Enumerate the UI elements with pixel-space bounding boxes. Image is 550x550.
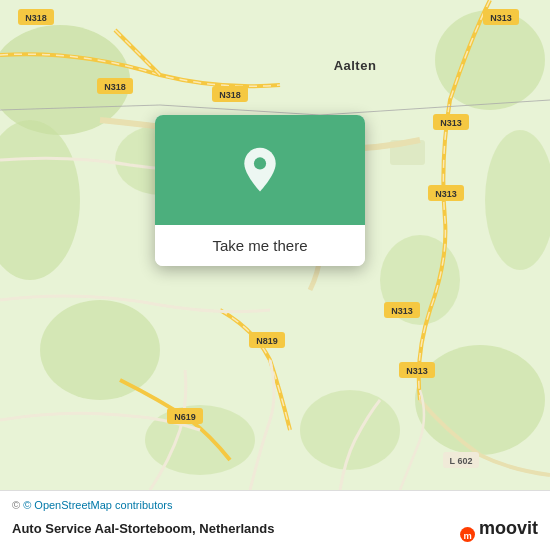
location-info-row: Auto Service Aal-Storteboom, Netherlands… <box>12 514 538 542</box>
svg-point-6 <box>415 345 545 455</box>
svg-text:N313: N313 <box>440 118 462 128</box>
svg-text:N819: N819 <box>256 336 278 346</box>
osm-link[interactable]: © OpenStreetMap contributors <box>23 499 172 511</box>
svg-text:N318: N318 <box>25 13 47 23</box>
svg-text:m: m <box>463 531 471 541</box>
copyright-text: © © OpenStreetMap contributors <box>12 499 538 511</box>
map-area: N318 N318 N318 N313 N313 N313 N313 N313 … <box>0 0 550 490</box>
svg-text:L 602: L 602 <box>450 456 473 466</box>
svg-text:N318: N318 <box>104 82 126 92</box>
svg-text:N318: N318 <box>219 90 241 100</box>
copyright-symbol: © <box>12 499 23 511</box>
bottom-info-bar: © © OpenStreetMap contributors Auto Serv… <box>0 490 550 550</box>
svg-text:N313: N313 <box>435 189 457 199</box>
popup-icon-background <box>155 115 365 225</box>
moovit-logo: m moovit <box>447 514 538 542</box>
svg-point-7 <box>300 390 400 470</box>
moovit-wordmark: moovit <box>479 518 538 539</box>
svg-point-40 <box>254 157 266 169</box>
svg-point-3 <box>40 300 160 400</box>
take-me-there-button[interactable]: Take me there <box>155 225 365 266</box>
svg-text:N313: N313 <box>391 306 413 316</box>
svg-text:N313: N313 <box>406 366 428 376</box>
svg-text:Aalten: Aalten <box>334 58 377 73</box>
svg-text:N619: N619 <box>174 412 196 422</box>
location-popup: Take me there <box>155 115 365 266</box>
svg-text:N313: N313 <box>490 13 512 23</box>
location-pin-icon <box>236 146 284 194</box>
moovit-icon: m <box>447 514 475 542</box>
location-label: Auto Service Aal-Storteboom, Netherlands <box>12 521 274 536</box>
